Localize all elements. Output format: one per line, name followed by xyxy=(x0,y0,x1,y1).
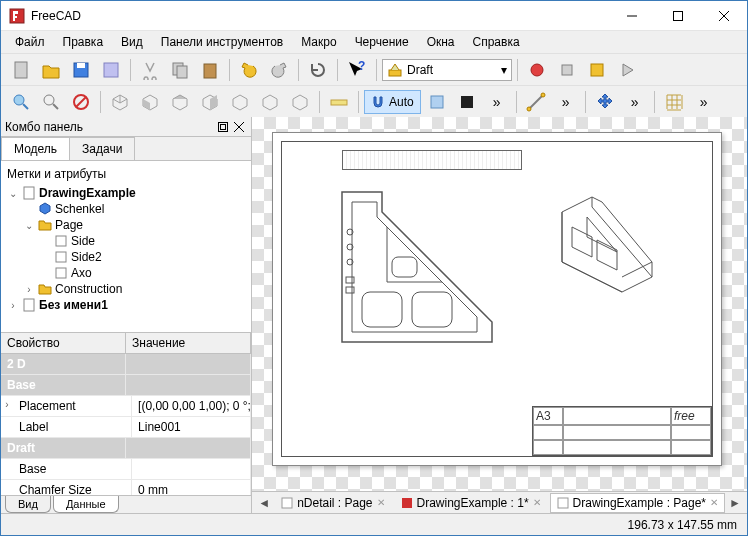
snap-grid-button[interactable] xyxy=(660,88,688,116)
svg-rect-13 xyxy=(389,70,401,76)
close-button[interactable] xyxy=(701,1,747,31)
prop-section-draft: Draft xyxy=(1,438,251,459)
tree-view[interactable]: Метки и атрибуты ⌄ DrawingExample Schenk… xyxy=(1,161,251,333)
toolbar-overflow-3[interactable]: » xyxy=(621,88,649,116)
zoom-fit-button[interactable] xyxy=(7,88,35,116)
view-isometric-button[interactable] xyxy=(106,88,134,116)
snap-color-button[interactable] xyxy=(453,88,481,116)
svg-rect-37 xyxy=(24,299,34,311)
panel-close-button[interactable] xyxy=(231,119,247,135)
cut-button[interactable] xyxy=(136,56,164,84)
menu-edit[interactable]: Правка xyxy=(55,33,112,51)
snap-style-button[interactable] xyxy=(423,88,451,116)
expand-icon[interactable]: ⌄ xyxy=(23,220,35,231)
title-block: A3free xyxy=(532,406,712,456)
open-file-button[interactable] xyxy=(37,56,65,84)
tree-item-side2[interactable]: Side2 xyxy=(3,249,249,265)
tabs-scroll-right[interactable]: ► xyxy=(727,496,743,510)
whats-this-button[interactable]: ? xyxy=(343,56,371,84)
window-title: FreeCAD xyxy=(31,9,609,23)
view-top-button[interactable] xyxy=(166,88,194,116)
expand-icon[interactable]: › xyxy=(7,300,19,311)
tree-item-side[interactable]: Side xyxy=(3,233,249,249)
view-rear-button[interactable] xyxy=(226,88,254,116)
draw-style-button[interactable] xyxy=(67,88,95,116)
doc-tab-example-3d[interactable]: DrawingExample : 1*✕ xyxy=(394,493,548,513)
workbench-selector[interactable]: Draft ▾ xyxy=(382,59,512,81)
draft-move-button[interactable] xyxy=(591,88,619,116)
doc-tab-detail[interactable]: nDetail : Page✕ xyxy=(274,493,391,513)
menu-toolbars[interactable]: Панели инструментов xyxy=(153,33,291,51)
measure-button[interactable] xyxy=(325,88,353,116)
tab-close-icon[interactable]: ✕ xyxy=(710,497,718,508)
prop-row-chamfer[interactable]: Chamfer Size0 mm xyxy=(1,480,251,495)
macro-edit-button[interactable] xyxy=(583,56,611,84)
doc-tab-example-page[interactable]: DrawingExample : Page*✕ xyxy=(550,493,725,513)
workbench-label: Draft xyxy=(407,63,433,77)
menu-view[interactable]: Вид xyxy=(113,33,151,51)
save-as-button[interactable] xyxy=(97,56,125,84)
tab-close-icon[interactable]: ✕ xyxy=(533,497,541,508)
projection-iso xyxy=(542,182,672,312)
drawing-frame: A3free xyxy=(281,141,713,457)
view-bottom-button[interactable] xyxy=(256,88,284,116)
prop-header-value[interactable]: Значение xyxy=(126,333,251,353)
menu-help[interactable]: Справка xyxy=(465,33,528,51)
statusbar: 196.73 x 147.55 mm xyxy=(1,513,747,535)
tree-item-root[interactable]: ⌄ DrawingExample xyxy=(3,185,249,201)
macro-stop-button[interactable] xyxy=(553,56,581,84)
undo-button[interactable] xyxy=(235,56,263,84)
macro-play-button[interactable] xyxy=(613,56,641,84)
refresh-button[interactable] xyxy=(304,56,332,84)
property-view: Свойство Значение 2 D Base ›Placement[(0… xyxy=(1,333,251,513)
minimize-button[interactable] xyxy=(609,1,655,31)
toolbar-overflow-1[interactable]: » xyxy=(483,88,511,116)
macro-record-button[interactable] xyxy=(523,56,551,84)
panel-undock-button[interactable] xyxy=(215,119,231,135)
menu-macro[interactable]: Макро xyxy=(293,33,344,51)
view-left-button[interactable] xyxy=(286,88,314,116)
property-tabs: Вид Данные xyxy=(1,495,251,513)
view-front-button[interactable] xyxy=(136,88,164,116)
expand-icon[interactable]: › xyxy=(23,284,35,295)
maximize-button[interactable] xyxy=(655,1,701,31)
tab-prop-data[interactable]: Данные xyxy=(53,496,119,513)
toolbar-overflow-4[interactable]: » xyxy=(690,88,718,116)
svg-rect-47 xyxy=(402,498,412,508)
snap-auto-button[interactable]: Auto xyxy=(364,90,421,114)
menu-drafting[interactable]: Черчение xyxy=(347,33,417,51)
svg-rect-11 xyxy=(204,64,216,78)
expand-icon[interactable]: ⌄ xyxy=(7,188,19,199)
tree-item-construction[interactable]: › Construction xyxy=(3,281,249,297)
tree-item-page[interactable]: ⌄ Page xyxy=(3,217,249,233)
tree-item-schenkel[interactable]: Schenkel xyxy=(3,201,249,217)
prop-row-label[interactable]: LabelLine001 xyxy=(1,417,251,438)
redo-button[interactable] xyxy=(265,56,293,84)
draft-line-button[interactable] xyxy=(522,88,550,116)
svg-rect-16 xyxy=(591,64,603,76)
prop-row-placement[interactable]: ›Placement[(0,00 0,00 1,00); 0 °; (0 ... xyxy=(1,396,251,417)
tab-tasks[interactable]: Задачи xyxy=(69,137,135,160)
tab-close-icon[interactable]: ✕ xyxy=(377,497,385,508)
svg-line-26 xyxy=(529,95,543,109)
save-button[interactable] xyxy=(67,56,95,84)
toolbar-overflow-2[interactable]: » xyxy=(552,88,580,116)
new-file-button[interactable] xyxy=(7,56,35,84)
menu-file[interactable]: Файл xyxy=(7,33,53,51)
tree-item-axo[interactable]: Axo xyxy=(3,265,249,281)
drawing-viewport[interactable]: A3free xyxy=(252,117,747,491)
copy-button[interactable] xyxy=(166,56,194,84)
prop-row-base[interactable]: Base xyxy=(1,459,251,480)
prop-header-property[interactable]: Свойство xyxy=(1,333,126,353)
paste-button[interactable] xyxy=(196,56,224,84)
tabs-scroll-left[interactable]: ◄ xyxy=(256,496,272,510)
tab-model[interactable]: Модель xyxy=(1,137,70,160)
document-tabs: ◄ nDetail : Page✕ DrawingExample : 1*✕ D… xyxy=(252,491,747,513)
tab-prop-view[interactable]: Вид xyxy=(5,496,51,513)
canvas-area: A3free ◄ nDetail : Page✕ DrawingExample … xyxy=(252,117,747,513)
menu-windows[interactable]: Окна xyxy=(419,33,463,51)
zoom-selection-button[interactable] xyxy=(37,88,65,116)
view-right-button[interactable] xyxy=(196,88,224,116)
tree-item-unnamed[interactable]: › Без имени1 xyxy=(3,297,249,313)
svg-rect-46 xyxy=(282,498,292,508)
